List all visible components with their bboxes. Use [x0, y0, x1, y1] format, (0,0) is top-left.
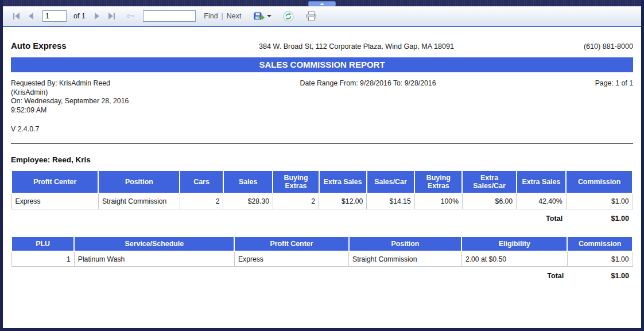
cell-position: Straight Commission — [98, 193, 180, 209]
cell-eligibility: 2.00 at $0.50 — [461, 251, 567, 267]
summary-data-row: Express Straight Commission 2 $28.30 2 $… — [11, 193, 633, 209]
print-icon — [305, 11, 317, 21]
company-phone: (610) 881-8000 — [507, 42, 633, 50]
col-plu: PLU — [11, 236, 74, 251]
collapse-tab[interactable] — [308, 1, 336, 6]
splitter-bar — [3, 0, 641, 6]
next-link[interactable]: Next — [227, 12, 242, 20]
cell-extra-sales-per-car: $6.00 — [462, 193, 516, 209]
col-profit-center: Profit Center — [11, 170, 98, 194]
find-link[interactable]: Find — [204, 12, 218, 20]
summary-total-row: Total $1.00 — [11, 209, 633, 225]
cell-sales-per-car: $14.15 — [367, 193, 414, 209]
report-header-row: Auto Express 384 W. Broad St, 112 Corpor… — [11, 41, 633, 50]
last-page-button[interactable] — [106, 11, 117, 21]
cell-extra-sales-pct: 42.40% — [517, 193, 567, 209]
cell-service-schedule: Platinum Wash — [74, 251, 234, 267]
requested-on-line1: On: Wednesday, September 28, 2016 — [11, 97, 183, 106]
cell-position-2: Straight Commission — [349, 251, 462, 267]
header-divider — [11, 143, 633, 144]
cell-plu: 1 — [11, 251, 74, 267]
summary-total-value: $1.00 — [566, 209, 633, 225]
col-commission-2: Commission — [567, 236, 633, 251]
requested-by-line2: (KrisAdmin) — [11, 88, 183, 98]
detail-data-row: 1 Platinum Wash Express Straight Commiss… — [11, 251, 633, 267]
requested-by-block: Requested By: KrisAdmin Reed (KrisAdmin)… — [11, 79, 183, 134]
col-cars: Cars — [180, 170, 223, 194]
employee-heading: Employee: Reed, Kris — [11, 155, 633, 164]
col-buying-extras-pct: Buying Extras — [414, 170, 462, 194]
col-position-2: Position — [349, 236, 462, 251]
refresh-button[interactable] — [281, 10, 296, 23]
page-number-input[interactable] — [42, 10, 67, 22]
export-save-icon — [254, 12, 265, 21]
col-eligibility: Eligibility — [461, 236, 567, 251]
refresh-icon — [283, 11, 294, 22]
previous-page-button[interactable] — [26, 11, 36, 21]
col-extra-sales-per-car: Extra Sales/Car — [462, 170, 516, 194]
page-info-label: Page: 1 of 1 — [553, 79, 633, 134]
col-position: Position — [98, 170, 180, 194]
col-buying-extras: Buying Extras — [273, 170, 319, 194]
first-page-icon — [13, 13, 14, 20]
cell-commission: $1.00 — [566, 193, 633, 209]
cell-profit-center: Express — [11, 193, 98, 209]
summary-header-row: Profit Center Position Cars Sales Buying… — [11, 170, 633, 194]
cell-cars: 2 — [180, 193, 223, 209]
cell-commission-2: $1.00 — [567, 251, 633, 267]
find-next-links: Find | Next — [204, 12, 241, 20]
version-label: V 2.4.0.7 — [11, 125, 183, 134]
detail-total-value: $1.00 — [567, 267, 633, 283]
summary-total-label: Total — [11, 209, 566, 225]
col-sales: Sales — [223, 170, 273, 194]
export-button[interactable] — [252, 11, 273, 22]
col-extra-sales: Extra Sales — [319, 170, 367, 194]
detail-total-label: Total — [11, 267, 567, 283]
cell-buying-extras-pct: 100% — [414, 193, 462, 209]
col-extra-sales-pct: Extra Sales — [517, 170, 567, 194]
commission-summary-table: Profit Center Position Cars Sales Buying… — [11, 170, 633, 225]
cell-sales: $28.30 — [223, 193, 273, 209]
col-profit-center-2: Profit Center — [234, 236, 348, 251]
last-page-icon — [108, 13, 113, 20]
cell-profit-center-2: Express — [234, 251, 348, 267]
next-page-icon — [95, 13, 99, 20]
cell-buying-extras: 2 — [273, 193, 319, 209]
back-to-parent-button[interactable]: ⇦ — [125, 11, 135, 21]
detail-total-row: Total $1.00 — [11, 267, 633, 283]
find-text-input[interactable] — [143, 10, 196, 22]
export-dropdown-caret-icon — [267, 15, 271, 17]
previous-page-icon — [29, 13, 33, 20]
report-toolbar: of 1 ⇦ Find | Next — [3, 6, 641, 27]
print-button[interactable] — [304, 10, 319, 22]
next-page-button[interactable] — [92, 11, 102, 21]
col-service-schedule: Service/Schedule — [74, 236, 234, 251]
company-name: Auto Express — [11, 41, 206, 50]
page-count-label: of 1 — [73, 12, 86, 20]
commission-detail-table: PLU Service/Schedule Profit Center Posit… — [11, 236, 633, 283]
report-page: Auto Express 384 W. Broad St, 112 Corpor… — [3, 27, 641, 283]
requested-by-line1: Requested By: KrisAdmin Reed — [11, 79, 183, 88]
company-address: 384 W. Broad St, 112 Corporate Plaza, Wi… — [206, 42, 507, 50]
first-page-button[interactable] — [11, 11, 22, 21]
col-sales-per-car: Sales/Car — [367, 170, 414, 194]
date-range-label: Date Range From: 9/28/2016 To: 9/28/2016 — [183, 79, 553, 134]
find-next-separator: | — [222, 12, 223, 20]
chevron-up-icon — [320, 3, 324, 5]
report-title-banner: SALES COMMISSION REPORT — [11, 57, 633, 72]
detail-header-row: PLU Service/Schedule Profit Center Posit… — [11, 236, 633, 251]
requested-on-line2: 9:52:09 AM — [11, 106, 183, 115]
report-info-section: Requested By: KrisAdmin Reed (KrisAdmin)… — [11, 79, 633, 134]
report-viewer-window: of 1 ⇦ Find | Next — [0, 0, 644, 331]
col-commission: Commission — [566, 170, 633, 194]
cell-extra-sales: $12.00 — [319, 193, 367, 209]
